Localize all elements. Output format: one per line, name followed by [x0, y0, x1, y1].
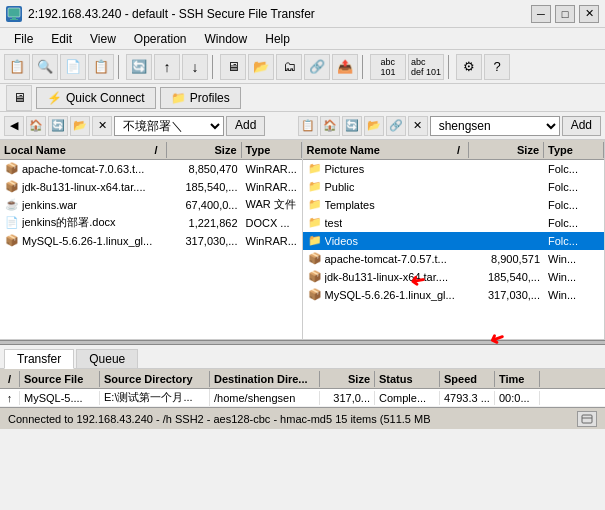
toolbar-b5[interactable]: 📤: [332, 54, 358, 80]
local-file-type: DOCX ...: [242, 216, 302, 230]
tab-transfer[interactable]: Transfer: [4, 349, 74, 369]
svg-rect-1: [12, 17, 16, 19]
th-slash: /: [0, 371, 20, 387]
local-file-size: 185,540,...: [167, 180, 242, 194]
tr-dest-dir: /home/shengsen: [210, 391, 320, 405]
toolbar-up[interactable]: ↑: [154, 54, 180, 80]
remote-col-size: Size: [469, 142, 544, 158]
toolbar-b3[interactable]: 🗂: [276, 54, 302, 80]
local-back[interactable]: ◀: [4, 116, 24, 136]
local-file-type: WinRAR...: [242, 180, 302, 194]
th-status: Status: [375, 371, 440, 387]
remote-file-type: Win...: [544, 252, 604, 266]
remote-file-row[interactable]: 📁 Pictures Folc...: [303, 160, 605, 178]
profiles-button[interactable]: 📁 Profiles: [160, 87, 241, 109]
remote-panel: Remote Name / Size Type 📁 Pictures Folc.…: [303, 140, 606, 339]
remote-home[interactable]: 🏠: [320, 116, 340, 136]
th-time: Time: [495, 371, 540, 387]
toolbar-new[interactable]: 📋: [4, 54, 30, 80]
remote-delete[interactable]: ✕: [408, 116, 428, 136]
remote-file-size: [469, 222, 544, 224]
toolbar-down[interactable]: ↓: [182, 54, 208, 80]
quick-connect-button[interactable]: ⚡ Quick Connect: [36, 87, 156, 109]
toolbar-b2[interactable]: 📂: [248, 54, 274, 80]
svg-rect-0: [8, 8, 20, 17]
toolbar-help[interactable]: ?: [484, 54, 510, 80]
local-folder[interactable]: 📂: [70, 116, 90, 136]
svg-rect-3: [582, 415, 592, 423]
th-size: Size: [320, 371, 375, 387]
remote-file-name: 📁 test: [303, 214, 470, 232]
local-file-row[interactable]: ☕ jenkins.war 67,400,0... WAR 文件: [0, 196, 302, 214]
quick-connect-label: Quick Connect: [66, 91, 145, 105]
local-file-row[interactable]: 📦 MySQL-5.6.26-1.linux_gl... 317,030,...…: [0, 232, 302, 250]
transfer-header: / Source File Source Directory Destinati…: [0, 369, 605, 389]
path-bar: ◀ 🏠 🔄 📂 ✕ 不境部署＼ Add 📋 🏠 🔄 📂 🔗 ✕ shengsen…: [0, 112, 605, 140]
status-icon[interactable]: [577, 411, 597, 427]
remote-file-row[interactable]: 📦 MySQL-5.6.26-1.linux_gl... 317,030,...…: [303, 286, 605, 304]
remote-folder[interactable]: 📂: [364, 116, 384, 136]
local-forward[interactable]: 🏠: [26, 116, 46, 136]
tab-queue[interactable]: Queue: [76, 349, 138, 368]
toolbar-b4[interactable]: 🔗: [304, 54, 330, 80]
local-add-button[interactable]: Add: [226, 116, 265, 136]
remote-back[interactable]: 📋: [298, 116, 318, 136]
local-delete[interactable]: ✕: [92, 116, 112, 136]
toolbar-sep3: [362, 55, 366, 79]
toolbar-settings[interactable]: ⚙: [456, 54, 482, 80]
remote-nav1[interactable]: 🔗: [386, 116, 406, 136]
remote-file-name: 📦 apache-tomcat-7.0.57.t...: [303, 250, 470, 268]
local-refresh[interactable]: 🔄: [48, 116, 68, 136]
toolbar-sep2: [212, 55, 216, 79]
th-speed: Speed: [440, 371, 495, 387]
remote-file-list: 📁 Pictures Folc... 📁 Public Folc... 📁 Te…: [303, 160, 605, 339]
toolbar-connect[interactable]: 🖥: [220, 54, 246, 80]
toolbar-open[interactable]: 🔍: [32, 54, 58, 80]
toolbar-copy[interactable]: 📄: [60, 54, 86, 80]
menu-file[interactable]: File: [6, 30, 41, 48]
close-button[interactable]: ✕: [579, 5, 599, 23]
local-file-row[interactable]: 📦 jdk-8u131-linux-x64.tar.... 185,540,..…: [0, 178, 302, 196]
remote-file-row[interactable]: 📦 apache-tomcat-7.0.57.t... 8,900,571 Wi…: [303, 250, 605, 268]
toolbar-refresh[interactable]: 🔄: [126, 54, 152, 80]
file-icon: 📦: [307, 269, 323, 285]
remote-file-size: 317,030,...: [469, 288, 544, 302]
remote-add-button[interactable]: Add: [562, 116, 601, 136]
remote-path-input[interactable]: shengsen: [430, 116, 560, 136]
local-file-row[interactable]: 📦 apache-tomcat-7.0.63.t... 8,850,470 Wi…: [0, 160, 302, 178]
file-icon: 📁: [307, 197, 323, 213]
remote-file-row[interactable]: 📁 Templates Folc...: [303, 196, 605, 214]
menu-edit[interactable]: Edit: [43, 30, 80, 48]
menu-help[interactable]: Help: [257, 30, 298, 48]
tr-time: 00:0...: [495, 391, 540, 405]
transfer-row[interactable]: ↑ MySQL-5.... E:\测试第一个月... /home/shengse…: [0, 389, 605, 407]
local-col-type: Type: [242, 142, 302, 158]
file-icon: 📁: [307, 215, 323, 231]
toolbar-abc2[interactable]: abcdef 101: [408, 54, 444, 80]
minimize-button[interactable]: ─: [531, 5, 551, 23]
remote-file-type: Win...: [544, 270, 604, 284]
menu-operation[interactable]: Operation: [126, 30, 195, 48]
quickconnect-bar: 🖥 ⚡ Quick Connect 📁 Profiles: [0, 84, 605, 112]
file-panels: Local Name / Size Type 📦 apache-tomcat-7…: [0, 140, 605, 340]
toolbar-paste[interactable]: 📋: [88, 54, 114, 80]
local-file-row[interactable]: 📄 jenkins的部署.docx 1,221,862 DOCX ...: [0, 214, 302, 232]
remote-file-type: Win...: [544, 288, 604, 302]
local-path-input[interactable]: 不境部署＼: [114, 116, 224, 136]
tr-slash: ↑: [0, 391, 20, 405]
status-bar: Connected to 192.168.43.240 - /h SSH2 - …: [0, 407, 605, 429]
menu-view[interactable]: View: [82, 30, 124, 48]
remote-file-row[interactable]: 📁 test Folc...: [303, 214, 605, 232]
remote-file-row[interactable]: 📦 jdk-8u131-linux-x64.tar.... 185,540,..…: [303, 268, 605, 286]
local-file-size: 8,850,470: [167, 162, 242, 176]
remote-refresh[interactable]: 🔄: [342, 116, 362, 136]
toolbar-sep1: [118, 55, 122, 79]
menu-window[interactable]: Window: [197, 30, 256, 48]
maximize-button[interactable]: □: [555, 5, 575, 23]
remote-file-row[interactable]: 📁 Videos Folc...: [303, 232, 605, 250]
toolbar-abc[interactable]: abc101: [370, 54, 406, 80]
remote-file-row[interactable]: 📁 Public Folc...: [303, 178, 605, 196]
local-panel: Local Name / Size Type 📦 apache-tomcat-7…: [0, 140, 303, 339]
file-icon: 📦: [4, 161, 20, 177]
qc-icon[interactable]: 🖥: [6, 85, 32, 111]
